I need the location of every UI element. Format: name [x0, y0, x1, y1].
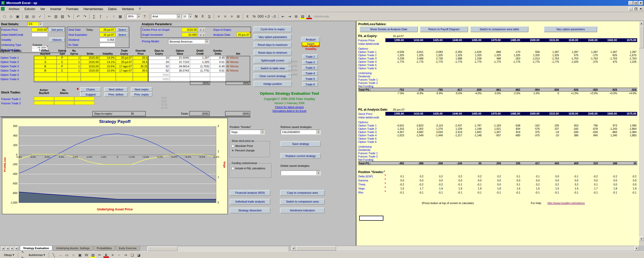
payoff-chart[interactable]: Strategy Payoff -1,000-800-600-400-20002…	[2, 118, 228, 214]
option-trade-cell-override[interactable]: 35.5	[133, 68, 148, 73]
futures-trade-2-shares-cell[interactable]	[54, 101, 74, 105]
print-preview-icon[interactable]: ◎	[30, 13, 36, 19]
vertical-scroll-thumb[interactable]	[639, 26, 644, 48]
financial-analysis-roi--button[interactable]: Financial analysis (ROI)	[230, 190, 270, 196]
strategy-dissection-button[interactable]: Strategy dissection	[230, 208, 270, 213]
return-to-payoff-diagram-button[interactable]: Return to Payoff Diagram	[420, 26, 468, 32]
calc-iv-trade-5-button[interactable]: Trade 5	[302, 77, 318, 81]
option-trade-cell-qty[interactable]: 1	[68, 55, 81, 60]
menu-datos[interactable]: Datos	[106, 6, 119, 12]
centre-price-spin-up[interactable]: ►	[202, 28, 206, 32]
save-icon[interactable]: ▣	[15, 13, 21, 19]
futures-trade-1-price-cell[interactable]	[74, 97, 94, 101]
print-icon[interactable]: ▤	[24, 13, 30, 19]
option-trade-cell-strike[interactable]	[81, 73, 100, 77]
graph-increment-spin-up[interactable]: ►	[202, 33, 206, 37]
workbook-close-button[interactable]: ✕	[638, 7, 643, 11]
zoom-combo[interactable]: 80%▼	[127, 14, 141, 19]
option-trade-cell-override[interactable]	[133, 73, 148, 77]
select-objects-icon[interactable]: ↖	[20, 249, 26, 255]
increase-indent-icon[interactable]: ⇥	[287, 13, 293, 19]
chart-wizard-icon[interactable]: ▦	[117, 13, 123, 19]
split-unsplit-screen-button[interactable]: Split/unsplit screen	[254, 57, 292, 63]
switch-to-comparison-area-table-button[interactable]: Switch to comparison area table	[470, 26, 529, 32]
italic-button[interactable]: K	[200, 13, 206, 19]
replace-strategy-button[interactable]: Replace current strategy	[280, 153, 321, 159]
option-trade-cell-type[interactable]	[57, 77, 68, 81]
option-trade-cell-qty[interactable]: 1	[68, 68, 81, 73]
option-trade-cell-override[interactable]: 26.5	[133, 55, 148, 60]
option-trade-cell-vol[interactable]: 15.5%	[100, 64, 116, 68]
option-trade-cell-vol[interactable]: 14.1%	[100, 60, 116, 64]
absolute-price-radio[interactable]: Absolute Price	[231, 144, 270, 147]
option-trade-cell-type[interactable]: P	[57, 55, 68, 60]
option-trade-cell-expiry[interactable]: 17-ago-07	[116, 64, 133, 68]
vary-option-parameters-button[interactable]: Vary option parameters	[254, 34, 292, 40]
pricing-model-combo[interactable]: Binomial American▼	[168, 39, 209, 44]
paste-icon[interactable]: ▧	[59, 13, 65, 19]
calc-iv-trade-6-button[interactable]: Trade 6	[302, 82, 318, 87]
merge-center-icon[interactable]: ⊞	[235, 13, 241, 19]
right-hscroll-thumb[interactable]	[296, 246, 336, 251]
option-trade-cell-action[interactable]	[34, 77, 57, 81]
vary-option-parameters-button[interactable]: Vary option parameters	[544, 26, 597, 32]
cut-icon[interactable]: ✂	[46, 13, 52, 19]
option-trade-cell-strike[interactable]: 1515.00	[81, 55, 100, 60]
line-icon[interactable]: ╲	[51, 252, 57, 258]
new-icon[interactable]: □	[2, 13, 8, 19]
line-color-icon[interactable]: ✏	[97, 252, 103, 258]
option-trade-cell-override[interactable]: 35.25	[133, 64, 148, 68]
sheet-tab-probabilities[interactable]: Probabilities	[94, 246, 115, 251]
deal-date-cell[interactable]: 26-jul-07	[100, 28, 115, 32]
clear-current-strategy-button[interactable]: Clear current strategy	[254, 73, 292, 79]
option-trade-cell-override[interactable]: 26.5	[133, 60, 148, 64]
menu-insertar[interactable]: Insertar	[48, 6, 64, 12]
copy-to-comparison-area-button[interactable]: Copy to comparison area	[280, 190, 325, 196]
function-icon[interactable]: ƒ	[98, 13, 104, 19]
futures-trade-2-action-cell[interactable]	[34, 101, 54, 105]
dibujo-menu[interactable]: Dibujo ▾	[2, 253, 16, 257]
symbol-combo[interactable]: ES▼	[27, 22, 43, 26]
reset-days-to-maximum-button[interactable]: Reset days to maximum	[254, 42, 292, 48]
selected-cell-cursor[interactable]	[359, 216, 383, 221]
option-trade-cell-type[interactable]	[57, 73, 68, 77]
cycle-time-to-expiry-button[interactable]: Cycle time to expiry	[254, 26, 292, 32]
borders-icon[interactable]: ⊞	[293, 13, 299, 19]
redo-icon[interactable]: ↷	[82, 13, 88, 19]
fill-color-icon[interactable]: ▨	[300, 13, 306, 19]
dash-style-icon[interactable]: ┄	[116, 252, 122, 258]
option-trade-cell-vol[interactable]	[100, 73, 116, 77]
get-price-button[interactable]: Get price	[49, 27, 65, 32]
workbook-restore-button[interactable]: ❐	[633, 7, 638, 11]
menu-ver[interactable]: Ver	[38, 6, 48, 12]
option-trade-cell-expiry[interactable]	[116, 73, 133, 77]
sentiment-indicators-button[interactable]: Sentiment indicators	[280, 208, 325, 213]
analyze-button[interactable]: Analyze	[301, 37, 320, 42]
sheet-tab-early-exercise[interactable]: Early Exercise	[116, 246, 140, 251]
scroll-up-arrow[interactable]: ▲	[639, 21, 644, 26]
calc-iv-trade-4-button[interactable]: Trade 4	[302, 71, 318, 76]
option-trade-cell-vol[interactable]	[100, 77, 116, 81]
align-center-icon[interactable]: ≡	[222, 13, 228, 19]
font-size-combo[interactable]: 10▼	[182, 14, 193, 19]
option-trade-cell-action[interactable]: B	[34, 68, 57, 73]
maximize-button[interactable]: ▢	[633, 1, 638, 5]
open-icon[interactable]: ◇	[8, 13, 14, 19]
sort-descending-icon[interactable]: ↑	[111, 13, 117, 19]
option-trade-cell-action[interactable]: B	[34, 64, 57, 68]
autosum-icon[interactable]: ∑	[91, 13, 97, 19]
autoshapes-menu[interactable]: Autoformas ▾	[27, 253, 47, 257]
chains-button[interactable]: Chains	[80, 87, 101, 92]
greeks-combo[interactable]: Vega▼	[230, 130, 265, 135]
prev-sheet-button[interactable]: ◄	[6, 246, 10, 251]
menu-?[interactable]: ?	[136, 6, 143, 12]
calc-iv-trade-2-button[interactable]: Trade 2	[302, 60, 318, 64]
align-right-icon[interactable]: ≡	[229, 13, 235, 19]
option-trade-cell-qty[interactable]	[68, 73, 81, 77]
font-color-icon[interactable]: A	[306, 13, 312, 19]
percent-icon[interactable]: %	[251, 13, 257, 19]
reset-days-to-minimum-button[interactable]: Reset days to minimum	[254, 50, 292, 56]
last-sheet-button[interactable]: ►|	[15, 246, 19, 251]
graph-increment-spin-down[interactable]: ◄	[199, 33, 202, 37]
option-trade-cell-qty[interactable]: 1	[68, 64, 81, 68]
